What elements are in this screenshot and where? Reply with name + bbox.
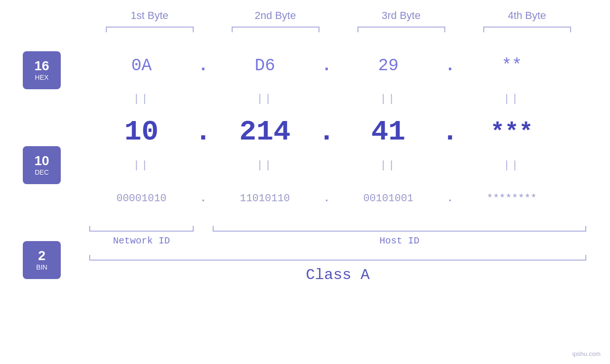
host-id-label: Host ID xyxy=(213,235,586,246)
dec-dot1: . xyxy=(194,116,213,148)
hex-byte1: 0A xyxy=(89,56,194,75)
bin-row: 00001010 . 11010110 . 00101001 . *******… xyxy=(89,175,610,222)
eq1-2: || xyxy=(213,93,317,105)
hex-byte4: ** xyxy=(460,56,564,75)
main-container: 1st Byte 2nd Byte 3rd Byte 4th Byte 16 H… xyxy=(0,0,610,364)
dec-dot2: . xyxy=(317,116,336,148)
eq1-4: || xyxy=(460,93,564,105)
equals-row-2: || || || || xyxy=(89,156,610,175)
eq2-2: || xyxy=(213,159,317,171)
network-id-label: Network ID xyxy=(89,235,194,246)
top-bracket-row xyxy=(87,27,590,32)
class-label: Class A xyxy=(89,266,586,284)
eq1-1: || xyxy=(89,93,194,105)
hex-byte2: D6 xyxy=(213,56,317,75)
bracket-4 xyxy=(483,27,571,32)
eq2-4: || xyxy=(460,159,564,171)
byte-header-4: 4th Byte xyxy=(479,9,574,22)
eq2-1: || xyxy=(89,159,194,171)
dec-byte3: 41 xyxy=(336,116,441,148)
bin-badge: 2 BIN xyxy=(23,241,61,279)
bracket-1 xyxy=(106,27,194,32)
bin-byte4: ******** xyxy=(460,193,564,205)
hex-badge: 16 HEX xyxy=(23,51,61,89)
base-badges-col: 16 HEX 10 DEC 2 BIN xyxy=(23,47,61,284)
dec-badge: 10 DEC xyxy=(23,146,61,184)
bin-dot3: . xyxy=(441,193,460,205)
hex-dot2: . xyxy=(317,56,336,75)
eq1-3: || xyxy=(336,93,441,105)
watermark: ipshu.com xyxy=(572,350,601,357)
bracket-2 xyxy=(232,27,319,32)
dec-dot3: . xyxy=(441,116,460,148)
hex-byte3: 29 xyxy=(336,56,441,75)
bin-dot1: . xyxy=(194,193,213,205)
network-bracket xyxy=(89,226,194,232)
bin-byte2: 11010110 xyxy=(213,193,317,205)
hex-dot1: . xyxy=(194,56,213,75)
dec-byte2: 214 xyxy=(213,116,317,148)
byte-headers: 1st Byte 2nd Byte 3rd Byte 4th Byte xyxy=(87,9,590,22)
bin-dot2: . xyxy=(317,193,336,205)
dec-row: 10 . 214 . 41 . *** xyxy=(89,108,610,156)
hex-dot3: . xyxy=(441,56,460,75)
dec-byte1: 10 xyxy=(89,116,194,148)
class-bracket xyxy=(89,255,586,261)
byte-header-2: 2nd Byte xyxy=(228,9,323,22)
equals-row-1: || || || || xyxy=(89,89,610,108)
eq2-3: || xyxy=(336,159,441,171)
dec-byte4: *** xyxy=(460,119,564,146)
hex-row: 0A . D6 . 29 . ** xyxy=(89,42,610,89)
byte-header-3: 3rd Byte xyxy=(354,9,449,22)
byte-header-1: 1st Byte xyxy=(102,9,197,22)
bracket-3 xyxy=(357,27,445,32)
bin-byte1: 00001010 xyxy=(89,193,194,205)
host-bracket xyxy=(213,226,586,232)
bin-byte3: 00101001 xyxy=(336,193,441,205)
